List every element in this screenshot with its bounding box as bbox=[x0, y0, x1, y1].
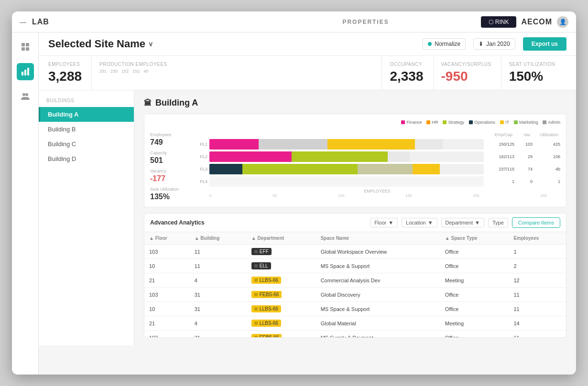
svg-point-7 bbox=[22, 93, 25, 96]
svg-rect-2 bbox=[22, 47, 25, 51]
col-header-spacename[interactable]: Space Name bbox=[316, 232, 440, 245]
svg-rect-4 bbox=[22, 72, 23, 75]
bar-row-fl2: FL2 162/113 29 bbox=[194, 151, 560, 162]
stat-sublabels: 25123015215240 bbox=[99, 69, 372, 74]
building-summary-value4: 135% bbox=[150, 193, 188, 201]
col-header-building[interactable]: ▲ Building bbox=[190, 232, 247, 245]
svg-rect-1 bbox=[26, 43, 29, 46]
building-summary-value3: -177 bbox=[150, 174, 188, 183]
building-nav: BUILDINGS Building A Building B Building… bbox=[39, 90, 134, 345]
stat-value-occupancy: 2,338 bbox=[390, 69, 423, 84]
filter-floor[interactable]: Floor ▼ bbox=[370, 218, 398, 227]
site-name[interactable]: Selected Site Name ∨ bbox=[48, 38, 153, 50]
col-header-floor[interactable]: ▲ Floor bbox=[144, 232, 190, 245]
stat-value-utilization: 150% bbox=[509, 69, 555, 84]
building-summary-value2: 501 bbox=[150, 156, 188, 165]
building-summary-label1: Employees bbox=[150, 132, 188, 137]
app-logo: LAB bbox=[32, 18, 49, 26]
bar-row-fl1: FL1 150/125 bbox=[194, 139, 560, 150]
filter-type[interactable]: Type bbox=[488, 218, 508, 227]
content-header: Selected Site Name ∨ Normalize ⬇ Jan 202… bbox=[39, 32, 576, 56]
table-row: 214 LLBS-66 Commercial Analysis DevMeeti… bbox=[144, 273, 566, 288]
building-icon: 🏛 bbox=[144, 99, 152, 107]
table-row: 1031 LLBS-66 MS Space & SupportOffice11 bbox=[144, 302, 566, 316]
table-row: 1011 ELL MS Space & SupportOffice2 bbox=[144, 259, 566, 273]
table-row: 10311 EFF Global Workspace OverviewOffic… bbox=[144, 245, 566, 259]
building-summary-value1: 749 bbox=[150, 138, 188, 147]
stat-label-production: PRODUCTION EMPLOYEES bbox=[99, 62, 372, 67]
sidebar-icon-people[interactable] bbox=[17, 88, 34, 105]
svg-rect-5 bbox=[24, 70, 26, 75]
data-table: ▲ Floor ▲ Building ▲ Department Space Na… bbox=[144, 232, 566, 337]
normalize-filter[interactable]: Normalize bbox=[423, 38, 466, 50]
compare-button[interactable]: Compare Items bbox=[512, 217, 560, 228]
col-header-emp[interactable]: Employees bbox=[509, 232, 566, 245]
col-header-dept[interactable]: ▲ Department bbox=[247, 232, 316, 245]
data-table-section: Advanced Analytics Floor ▼ Location ▼ De… bbox=[144, 213, 566, 338]
date-filter[interactable]: ⬇ Jan 2020 bbox=[473, 38, 515, 50]
table-row: 10331 FEBS-66 Global DiscoveryOffice11 bbox=[144, 288, 566, 302]
building-item-b[interactable]: Building B bbox=[39, 122, 134, 137]
building-item-c[interactable]: Building C bbox=[39, 137, 134, 151]
hamburger-icon[interactable]: — bbox=[20, 18, 26, 26]
filter-department[interactable]: Department ▼ bbox=[441, 218, 484, 227]
sidebar-icon-grid[interactable] bbox=[17, 38, 34, 55]
table-row: 10331 FEBS-66 MS Supply & PaymentOffice1… bbox=[144, 331, 566, 338]
chart-legend: Finance HR Strategy Operations IT Market… bbox=[401, 120, 560, 125]
svg-rect-3 bbox=[26, 47, 29, 51]
sidebar-icon-chart[interactable] bbox=[17, 63, 34, 80]
bar-row-fl4: FL4 1 0 1 bbox=[194, 176, 560, 187]
stat-value-vacancy: -950 bbox=[441, 69, 491, 84]
stat-label-employees: EMPLOYEES bbox=[48, 62, 82, 67]
stat-label-vacancy: VACANCY/SURPLUS bbox=[441, 62, 491, 67]
table-toolbar: Advanced Analytics Floor ▼ Location ▼ De… bbox=[144, 214, 566, 232]
svg-rect-0 bbox=[22, 43, 25, 46]
building-nav-label: BUILDINGS bbox=[39, 96, 134, 107]
page-title: PROPERTIES bbox=[342, 19, 389, 25]
stats-row: EMPLOYEES 3,288 PRODUCTION EMPLOYEES 251… bbox=[39, 56, 576, 90]
stat-label-utilization: SEAT UTILIZATION bbox=[509, 62, 555, 67]
filter-location[interactable]: Location ▼ bbox=[402, 218, 437, 227]
col-header-spacetype[interactable]: ▲ Space Type bbox=[440, 232, 509, 245]
brand-logo: AECOM bbox=[521, 18, 552, 26]
svg-rect-6 bbox=[27, 68, 29, 75]
export-button[interactable]: Export us bbox=[523, 37, 566, 51]
svg-point-8 bbox=[25, 93, 28, 96]
rink-button[interactable]: ⬡ RINK bbox=[481, 16, 516, 28]
building-item-a[interactable]: Building A bbox=[39, 107, 134, 122]
chart-axis-label: EMPLOYEES bbox=[194, 189, 560, 193]
site-name-chevron: ∨ bbox=[148, 40, 153, 48]
table-toolbar-title: Advanced Analytics bbox=[150, 219, 366, 226]
building-item-d[interactable]: Building D bbox=[39, 151, 134, 166]
bar-chart: Emp/Cap Vac Utilization FL1 bbox=[194, 132, 560, 201]
building-summary-label2: Capacity bbox=[150, 150, 188, 155]
table-wrapper[interactable]: ▲ Floor ▲ Building ▲ Department Space Na… bbox=[144, 232, 566, 337]
stat-value-employees: 3,288 bbox=[48, 69, 82, 84]
stat-label-occupancy: OCCUPANCY bbox=[390, 62, 423, 67]
building-summary-label3: Vacancy bbox=[150, 169, 188, 173]
building-title: 🏛 Building A bbox=[144, 98, 566, 108]
filter-dot bbox=[428, 42, 432, 46]
bar-row-fl3: FL3 237/115 bbox=[194, 164, 560, 174]
building-summary-label4: Seat Utilization bbox=[150, 187, 188, 192]
table-row: 214 LLBS-66 Global MaterialMeeting14 bbox=[144, 316, 566, 331]
user-avatar[interactable]: 👤 bbox=[557, 16, 568, 28]
